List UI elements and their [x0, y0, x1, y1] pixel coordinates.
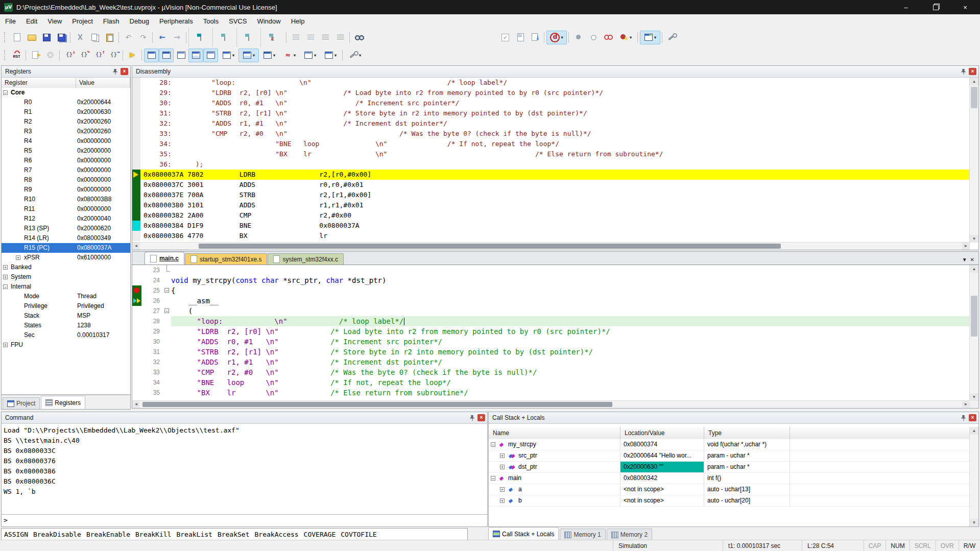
disassembly-line[interactable]: 0x08000380 3101 ADDS r1,r1,#0x01 — [132, 200, 970, 210]
disassembly-line[interactable]: 28: "loop: \n" /* loop label*/ — [132, 78, 970, 88]
toolbar-button[interactable] — [188, 49, 203, 62]
toolbar-button[interactable] — [188, 27, 212, 47]
tab-list-dropdown-icon[interactable]: ▼ — [962, 257, 967, 262]
disassembly-content[interactable]: 28: "loop: \n" /* loop label*/ 29: "LDRB… — [132, 78, 970, 243]
register-value[interactable]: 0x00000000 — [77, 156, 111, 165]
callstack-row[interactable]: main 0x08000342 int f() — [489, 473, 970, 484]
editor-gutter-marker[interactable] — [132, 306, 141, 316]
panel-tab[interactable]: Memory 1 — [560, 529, 605, 540]
close-button[interactable]: × — [950, 0, 980, 14]
callstack-row[interactable]: dst_ptr 0x20000630 "" param - uchar * — [489, 462, 970, 473]
register-value[interactable]: 0x20000630 — [77, 107, 111, 117]
editor-line[interactable]: 34 "BNE loop \n" /* If not, repeat the l… — [132, 377, 970, 388]
register-value[interactable]: 0x00000000 — [77, 204, 111, 214]
register-value[interactable]: 1238 — [77, 321, 91, 330]
tree-expander-icon[interactable] — [491, 476, 495, 481]
register-value[interactable]: 0x20000260 — [77, 127, 111, 136]
code-text[interactable]: "loop: \n" /* loop label*/ — [171, 316, 970, 326]
toolbar-button[interactable] — [259, 49, 279, 62]
scroll-down-icon[interactable]: ▼ — [970, 235, 978, 243]
menu-item[interactable]: Flash — [98, 15, 125, 28]
command-shortcut-button[interactable]: COVERAGE — [301, 531, 339, 538]
toolbar-button[interactable] — [39, 31, 54, 44]
toolbar-button[interactable] — [24, 31, 39, 44]
code-text[interactable]: "ADDS r0, #1 \n" /* Increment src pointe… — [171, 337, 970, 347]
register-value[interactable]: Thread — [77, 292, 97, 301]
tree-expander-icon[interactable] — [500, 453, 505, 458]
fold-marker-icon[interactable] — [164, 337, 171, 347]
register-value[interactable]: 0x20000644 — [77, 98, 111, 107]
disassembly-vertical-scrollbar[interactable]: ▲ ▼ — [969, 78, 978, 243]
scroll-left-icon[interactable]: ◄ — [132, 401, 140, 408]
scroll-right-icon[interactable]: ► — [962, 401, 970, 408]
register-value[interactable]: 0x61000000 — [77, 253, 111, 262]
callstack-value-cell[interactable]: 0x08000342 — [620, 473, 704, 484]
code-text[interactable]: "ADDS r1, #1 \n" /* Increment dst pointe… — [171, 357, 970, 367]
command-shortcut-button[interactable]: BreakList — [174, 531, 214, 538]
menu-item[interactable]: SVCS — [224, 15, 252, 28]
tree-expander-icon[interactable] — [500, 498, 505, 503]
toolbar-button[interactable]: {} — [62, 49, 77, 62]
register-row[interactable]: R1 0x20000630 — [2, 107, 130, 117]
register-row[interactable]: R12 0x20000040 — [2, 214, 130, 224]
toolbar-button[interactable] — [341, 49, 345, 62]
register-row[interactable]: R10 0x080003B8 — [2, 195, 130, 204]
code-text[interactable]: void my_strcpy(const char *src_ptr, char… — [171, 275, 970, 285]
register-row[interactable]: R3 0x20000260 — [2, 127, 130, 136]
toolbar-button[interactable]: RST — [9, 49, 24, 62]
callstack-name-cell[interactable]: b — [489, 495, 620, 506]
disassembly-horizontal-scrollbar[interactable]: ◄ ► — [132, 242, 970, 250]
toolbar-button[interactable]: x — [260, 27, 284, 47]
pin-icon[interactable] — [112, 68, 118, 75]
register-value[interactable]: 0x00000000 — [77, 136, 111, 146]
callstack-value-cell[interactable]: 0x20000644 "Hello wor... — [620, 450, 704, 461]
tree-expander-icon[interactable] — [491, 442, 495, 447]
tree-expander-icon[interactable] — [16, 255, 20, 260]
dropdown-arrow-icon[interactable] — [273, 53, 275, 58]
register-row[interactable]: R7 0x00000000 — [2, 165, 130, 175]
close-panel-icon[interactable]: × — [477, 414, 485, 421]
toolbar-button[interactable]: ↷ — [136, 31, 151, 44]
toolbar-button[interactable] — [567, 31, 571, 44]
code-editor[interactable]: 23 24 void my_strcpy(const char *src_ptr… — [132, 265, 970, 401]
fold-marker-icon[interactable] — [164, 285, 171, 296]
toolbar-button[interactable] — [144, 49, 159, 62]
callstack-value-cell[interactable]: <not in scope> — [620, 495, 704, 506]
fold-marker-icon[interactable] — [164, 306, 171, 316]
register-row[interactable]: R9 0x00000000 — [2, 185, 130, 195]
toolbar-button[interactable] — [289, 31, 303, 44]
register-value[interactable]: 0x08000349 — [77, 233, 111, 243]
disassembly-line[interactable]: 34: "BNE loop \n" /* If not, repeat the … — [132, 139, 970, 149]
callstack-name-cell[interactable]: a — [489, 484, 620, 495]
register-value[interactable]: 0.00010317 — [77, 330, 109, 340]
toolbar-button[interactable] — [352, 31, 367, 44]
column-header[interactable]: Name — [489, 427, 620, 439]
close-panel-icon[interactable]: × — [121, 68, 128, 75]
disassembly-gutter[interactable] — [132, 190, 140, 200]
editor-gutter-marker[interactable] — [132, 388, 141, 398]
toolbar-button[interactable] — [28, 49, 43, 62]
disassembly-line[interactable]: 35: "BX lr \n" /* Else return from subro… — [132, 149, 970, 159]
toolbar-button[interactable] — [238, 49, 259, 62]
command-shortcut-button[interactable]: BreakKill — [133, 531, 174, 538]
register-row[interactable]: Core — [2, 88, 130, 98]
disassembly-line[interactable]: 0x0800037A 7802 LDRB r2,[r0,#0x00] — [132, 170, 970, 180]
code-text[interactable]: "BNE loop \n" /* If not, repeat the loop… — [171, 377, 970, 388]
editor-gutter-marker[interactable] — [132, 347, 141, 357]
column-header[interactable] — [790, 427, 978, 439]
scrollbar-thumb[interactable] — [971, 87, 977, 108]
register-row[interactable]: Sec 0.00010317 — [2, 330, 130, 340]
toolbar-button[interactable] — [513, 31, 528, 44]
toolbar-button[interactable] — [284, 31, 289, 44]
close-panel-icon[interactable]: × — [969, 68, 976, 75]
toolbar-button[interactable] — [333, 31, 348, 44]
toolbar-button[interactable] — [348, 31, 352, 44]
register-row[interactable]: R11 0x00000000 — [2, 204, 130, 214]
toolbar-button[interactable] — [184, 31, 188, 44]
menu-item[interactable]: Help — [286, 15, 310, 28]
panel-tab[interactable]: Registers — [41, 396, 85, 409]
editor-gutter-marker[interactable] — [132, 296, 141, 306]
editor-gutter-marker[interactable] — [132, 377, 141, 388]
fold-marker-icon[interactable] — [164, 275, 171, 285]
command-shortcut-button[interactable]: COVTOFILE — [338, 531, 379, 538]
